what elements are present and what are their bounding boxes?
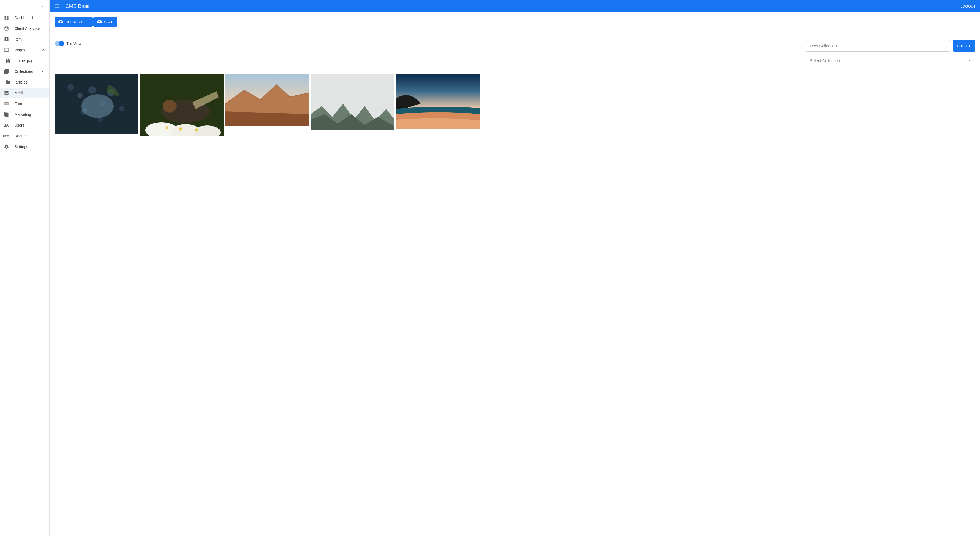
sidebar-item-home-page[interactable]: home_page [0, 55, 49, 66]
select-placeholder: Select Collection [810, 58, 840, 63]
sidebar-item-label: Pages [14, 48, 41, 52]
collection-controls: CREATE Select Collection [806, 40, 975, 66]
media-tile[interactable] [311, 74, 395, 130]
sidebar-nav: Dashboard Client Analytics Item Pages ho… [0, 12, 49, 152]
tile-view-switch[interactable] [54, 41, 64, 46]
sidebar-item-item[interactable]: Item [0, 34, 49, 45]
svg-point-16 [162, 100, 177, 113]
sidebar-item-label: Collections [14, 69, 41, 74]
svg-point-18 [165, 126, 168, 129]
button-label: UPLOAD FILE [65, 20, 89, 24]
chevron-up-icon [41, 48, 46, 52]
message-bar [54, 28, 975, 36]
sidebar-item-label: Dashboard [14, 16, 46, 20]
chevron-up-icon [41, 69, 46, 74]
content: UPLOAD FILE SAVE Tile View [50, 12, 980, 536]
create-collection-button[interactable]: CREATE [953, 40, 975, 52]
appbar: CMS Base LOGOUT [50, 0, 980, 12]
tile-view-label: Tile View [66, 41, 81, 46]
toolbar: UPLOAD FILE SAVE [54, 17, 975, 27]
svg-point-3 [88, 86, 96, 94]
media-tile[interactable] [396, 74, 480, 129]
svg-point-9 [81, 94, 114, 118]
sidebar-item-client-analytics[interactable]: Client Analytics [0, 23, 49, 34]
sidebar-item-collections[interactable]: Collections [0, 66, 49, 77]
sidebar-item-label: Requests [14, 134, 46, 138]
sidebar-item-label: Users [14, 123, 46, 127]
svg-point-17 [179, 127, 182, 130]
media-tile[interactable] [54, 74, 138, 134]
sidebar-item-form[interactable]: Form [0, 98, 49, 109]
media-tile[interactable] [226, 74, 309, 126]
main: CMS Base LOGOUT UPLOAD FILE SAVE Tile Vi… [50, 0, 980, 536]
sidebar-item-label: Client Analytics [14, 26, 46, 31]
menu-button[interactable] [54, 3, 60, 10]
button-label: CREATE [957, 44, 971, 48]
http-icon: HTTP [4, 133, 9, 138]
sidebar-item-media[interactable]: Media [0, 87, 49, 98]
media-icon [4, 90, 9, 95]
caret-down-icon [968, 58, 971, 63]
sidebar-sub-collections: articles [0, 77, 49, 87]
select-collection-dropdown[interactable]: Select Collection [806, 55, 975, 66]
dashboard-icon [4, 15, 9, 21]
hamburger-icon [54, 3, 60, 10]
sidebar-item-dashboard[interactable]: Dashboard [0, 12, 49, 23]
users-icon [4, 122, 9, 128]
button-label: SAVE [104, 20, 113, 24]
sidebar-item-pages[interactable]: Pages [0, 45, 49, 55]
sidebar-item-label: Marketing [14, 112, 46, 117]
pages-icon [4, 47, 9, 52]
sidebar-item-label: Form [14, 102, 46, 106]
save-button[interactable]: SAVE [93, 17, 117, 27]
controls-row: Tile View CREATE Select Collection [54, 40, 975, 66]
cloud-save-icon [97, 19, 102, 25]
upload-file-button[interactable]: UPLOAD FILE [54, 17, 93, 27]
logout-button[interactable]: LOGOUT [960, 4, 976, 8]
sidebar: Dashboard Client Analytics Item Pages ho… [0, 0, 50, 536]
tile-view-toggle-wrap: Tile View [54, 40, 81, 46]
sidebar-collapse-button[interactable] [0, 0, 49, 12]
svg-point-6 [119, 106, 124, 111]
svg-point-2 [77, 93, 83, 98]
app-title: CMS Base [65, 3, 960, 9]
collections-icon [4, 69, 9, 74]
sidebar-item-marketing[interactable]: Marketing [0, 109, 49, 120]
sidebar-item-users[interactable]: Users [0, 120, 49, 130]
sidebar-item-label: Settings [14, 145, 46, 149]
sidebar-item-requests[interactable]: HTTP Requests [0, 130, 49, 141]
marketing-icon [4, 112, 9, 117]
sidebar-sub-pages: home_page [0, 55, 49, 66]
svg-rect-23 [311, 74, 395, 130]
cloud-upload-icon [58, 19, 63, 25]
media-tile[interactable] [140, 74, 224, 137]
form-icon [4, 101, 9, 107]
sidebar-item-label: articles [16, 80, 46, 84]
sidebar-item-label: Media [14, 91, 46, 95]
svg-point-1 [67, 84, 74, 91]
analytics-icon [4, 26, 9, 31]
svg-point-19 [195, 129, 198, 131]
item-icon [4, 37, 9, 42]
folder-icon [5, 80, 11, 85]
sidebar-item-settings[interactable]: Settings [0, 141, 49, 152]
sidebar-item-label: home_page [16, 59, 46, 63]
new-collection-input[interactable] [806, 40, 950, 52]
media-gallery [54, 74, 975, 137]
sidebar-item-label: Item [14, 37, 46, 41]
switch-thumb [59, 41, 64, 46]
page-icon [5, 58, 11, 64]
chevron-left-icon [40, 3, 45, 9]
sidebar-item-articles[interactable]: articles [0, 77, 49, 87]
gear-icon [4, 144, 9, 150]
